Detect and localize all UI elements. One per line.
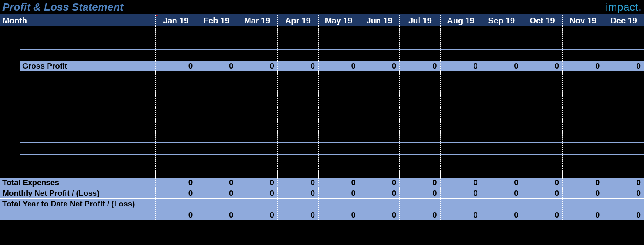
blank-cell[interactable]	[522, 26, 562, 49]
blank-cell[interactable]	[440, 26, 481, 49]
blank-cell[interactable]	[359, 96, 400, 108]
monthly-net-label[interactable]: Monthly Net Profit / (Loss)	[0, 188, 156, 198]
blank-cell[interactable]	[196, 119, 237, 131]
blank-cell[interactable]	[318, 96, 359, 108]
blank-cell[interactable]	[196, 143, 237, 154]
blank-cell[interactable]	[359, 108, 400, 119]
blank-cell[interactable]	[20, 108, 156, 119]
blank-cell[interactable]	[481, 143, 522, 154]
monthly-net-val[interactable]: 0	[522, 188, 562, 198]
blank-cell[interactable]	[196, 155, 237, 166]
blank-cell[interactable]	[277, 131, 318, 143]
blank-cell[interactable]	[400, 155, 440, 166]
header-month-feb[interactable]: Feb 19	[196, 15, 237, 26]
blank-cell[interactable]	[237, 119, 277, 131]
blank-cell[interactable]	[237, 155, 277, 166]
blank-cell[interactable]	[277, 166, 318, 178]
ytd-net-val[interactable]: 0	[237, 198, 277, 220]
blank-cell[interactable]	[522, 119, 562, 131]
blank-cell[interactable]	[400, 26, 440, 49]
blank-cell[interactable]	[156, 71, 196, 96]
header-month-may[interactable]: May 19	[318, 15, 359, 26]
blank-cell[interactable]	[359, 119, 400, 131]
blank-cell[interactable]	[440, 131, 481, 143]
monthly-net-val[interactable]: 0	[237, 188, 277, 198]
header-month-aug[interactable]: Aug 19	[440, 15, 481, 26]
blank-cell[interactable]	[359, 50, 400, 61]
blank-cell[interactable]	[156, 50, 196, 61]
gross-profit-val[interactable]: 0	[522, 61, 562, 71]
blank-cell[interactable]	[481, 71, 522, 96]
blank-cell[interactable]	[277, 119, 318, 131]
monthly-net-val[interactable]: 0	[318, 188, 359, 198]
blank-cell[interactable]	[440, 119, 481, 131]
total-expenses-val[interactable]: 0	[481, 178, 522, 188]
blank-cell[interactable]	[440, 50, 481, 61]
monthly-net-val[interactable]: 0	[196, 188, 237, 198]
blank-cell[interactable]	[400, 96, 440, 108]
blank-cell[interactable]	[522, 143, 562, 154]
total-expenses-val[interactable]: 0	[318, 178, 359, 188]
blank-cell[interactable]	[237, 166, 277, 178]
blank-cell[interactable]	[318, 71, 359, 96]
blank-cell[interactable]	[481, 166, 522, 178]
blank-cell[interactable]	[156, 119, 196, 131]
monthly-net-val[interactable]: 0	[277, 188, 318, 198]
monthly-net-val[interactable]: 0	[156, 188, 196, 198]
gross-profit-val[interactable]: 0	[563, 61, 603, 71]
blank-cell[interactable]	[481, 131, 522, 143]
blank-cell[interactable]	[440, 108, 481, 119]
blank-cell[interactable]	[603, 50, 644, 61]
total-expenses-val[interactable]: 0	[603, 178, 644, 188]
blank-cell[interactable]	[156, 26, 196, 49]
blank-cell[interactable]	[481, 96, 522, 108]
blank-cell[interactable]	[400, 166, 440, 178]
blank-cell[interactable]	[20, 155, 156, 166]
blank-cell[interactable]	[563, 143, 603, 154]
blank-cell[interactable]	[20, 143, 156, 154]
header-month-mar[interactable]: Mar 19	[237, 15, 277, 26]
total-expenses-val[interactable]: 0	[563, 178, 603, 188]
blank-cell[interactable]	[603, 71, 644, 96]
ytd-net-val[interactable]: 0	[156, 198, 196, 220]
ytd-net-val[interactable]: 0	[400, 198, 440, 220]
blank-cell[interactable]	[563, 26, 603, 49]
blank-cell[interactable]	[400, 71, 440, 96]
ytd-net-val[interactable]: 0	[440, 198, 481, 220]
gross-profit-label[interactable]: Gross Profit	[20, 61, 156, 71]
gross-profit-val[interactable]: 0	[359, 61, 400, 71]
blank-cell[interactable]	[440, 143, 481, 154]
monthly-net-val[interactable]: 0	[400, 188, 440, 198]
blank-cell[interactable]	[359, 131, 400, 143]
total-expenses-val[interactable]: 0	[196, 178, 237, 188]
blank-cell[interactable]	[196, 131, 237, 143]
monthly-net-val[interactable]: 0	[359, 188, 400, 198]
blank-cell[interactable]	[20, 50, 156, 61]
blank-cell[interactable]	[481, 119, 522, 131]
monthly-net-val[interactable]: 0	[563, 188, 603, 198]
blank-cell[interactable]	[359, 71, 400, 96]
blank-cell[interactable]	[237, 71, 277, 96]
total-expenses-val[interactable]: 0	[156, 178, 196, 188]
blank-cell[interactable]	[20, 26, 156, 49]
blank-cell[interactable]	[603, 155, 644, 166]
blank-cell[interactable]	[522, 166, 562, 178]
blank-cell[interactable]	[603, 26, 644, 49]
blank-cell[interactable]	[156, 96, 196, 108]
blank-cell[interactable]	[400, 108, 440, 119]
monthly-net-val[interactable]: 0	[481, 188, 522, 198]
blank-cell[interactable]	[318, 166, 359, 178]
ytd-net-val[interactable]: 0	[522, 198, 562, 220]
blank-cell[interactable]	[20, 131, 156, 143]
blank-cell[interactable]	[237, 131, 277, 143]
blank-cell[interactable]	[318, 155, 359, 166]
blank-cell[interactable]	[359, 143, 400, 154]
blank-cell[interactable]	[277, 108, 318, 119]
blank-cell[interactable]	[20, 71, 156, 96]
total-expenses-val[interactable]: 0	[440, 178, 481, 188]
blank-cell[interactable]	[522, 50, 562, 61]
blank-cell[interactable]	[522, 96, 562, 108]
blank-cell[interactable]	[563, 108, 603, 119]
blank-cell[interactable]	[196, 71, 237, 96]
blank-cell[interactable]	[196, 26, 237, 49]
